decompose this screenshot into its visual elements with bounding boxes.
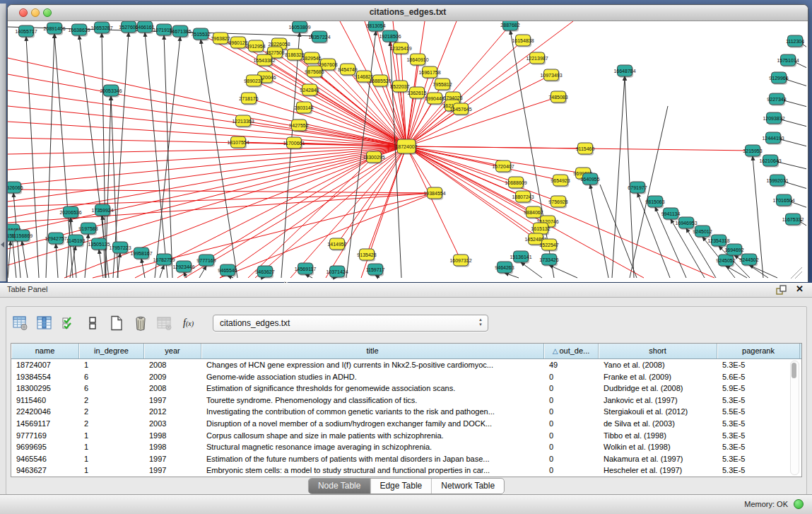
window-titlebar[interactable]: citations_edges.txt: [8, 5, 808, 21]
graph-node[interactable]: 9875685: [305, 66, 324, 78]
table-cell[interactable]: 9699695: [11, 441, 79, 453]
table-cell[interactable]: 9777169: [11, 430, 79, 442]
table-cell[interactable]: de Silva et al. (2003): [599, 418, 717, 430]
graph-node[interactable]: 6791977: [628, 182, 647, 194]
select-all-button[interactable]: [59, 314, 78, 333]
table-cell[interactable]: 5.3E-5: [717, 441, 800, 453]
graph-node[interactable]: 19958167: [130, 247, 152, 260]
table-cell[interactable]: 1997: [144, 465, 201, 477]
graph-node[interactable]: 18640910: [406, 54, 428, 66]
graph-node[interactable]: 7485083: [548, 91, 567, 104]
import-table-button[interactable]: [155, 314, 174, 333]
table-cell[interactable]: 0: [544, 406, 599, 418]
close-panel-icon[interactable]: ✕: [796, 284, 804, 294]
table-cell[interactable]: 22420046: [11, 406, 79, 418]
table-cell[interactable]: 0: [544, 371, 599, 383]
graph-hub-node[interactable]: 18724007: [395, 139, 417, 155]
graph-node[interactable]: 12444193: [762, 132, 784, 145]
table-cell[interactable]: Yano et al. (2008): [599, 359, 717, 371]
column-header-title[interactable]: title: [201, 344, 544, 358]
graph-node[interactable]: 2803144: [294, 102, 313, 115]
graph-node[interactable]: 3215953: [743, 145, 762, 158]
graph-node[interactable]: 10973493: [540, 69, 562, 82]
table-cell[interactable]: 5.6E-5: [717, 371, 800, 383]
table-cell[interactable]: Structural magnetic resonance image aver…: [201, 441, 544, 453]
table-cell[interactable]: 1: [79, 465, 144, 477]
table-cell[interactable]: 2008: [144, 382, 201, 395]
graph-node[interactable]: 20891406: [43, 23, 65, 35]
graph-node[interactable]: 1362615: [407, 87, 426, 100]
graph-node[interactable]: 9654923: [551, 175, 570, 187]
table-cell[interactable]: 49: [544, 359, 599, 371]
collapse-panel-arrow-icon[interactable]: [1, 242, 4, 247]
table-cell[interactable]: Franke et al. (2009): [599, 371, 717, 383]
graph-node[interactable]: 1522547: [539, 239, 558, 252]
table-cell[interactable]: 5.3E-5: [717, 395, 800, 407]
graph-node[interactable]: 16648784: [613, 65, 635, 78]
table-cell[interactable]: 5.3E-5: [717, 430, 800, 442]
graph-node[interactable]: 10371424: [326, 266, 348, 279]
table-cell[interactable]: Investigating the contribution of common…: [201, 406, 544, 418]
graph-node[interactable]: 1112304: [786, 35, 804, 48]
row-height-button[interactable]: [83, 314, 102, 333]
table-cell[interactable]: Jankovic et al. (1997): [599, 395, 717, 407]
graph-node[interactable]: 7515532: [191, 28, 210, 41]
table-panel-header[interactable]: Table Panel ✕: [0, 283, 812, 298]
table-cell[interactable]: 19384554: [11, 371, 79, 383]
graph-node[interactable]: 9465546: [218, 264, 237, 277]
graph-node[interactable]: 8813054: [366, 21, 385, 33]
column-header-in_degree[interactable]: in_degree: [79, 344, 144, 358]
table-cell[interactable]: Estimation of significance thresholds fo…: [201, 382, 544, 395]
graph-node[interactable]: 9463627: [255, 266, 274, 279]
table-cell[interactable]: 5.9E-5: [717, 382, 800, 395]
function-builder-button[interactable]: f(x): [179, 314, 198, 333]
table-cell[interactable]: 6: [79, 382, 144, 395]
table-cell[interactable]: 5.3E-5: [717, 359, 800, 371]
graph-node[interactable]: 9129966: [769, 72, 788, 85]
graph-node[interactable]: 17957223: [109, 242, 131, 255]
graph-node[interactable]: 12213363: [232, 115, 254, 128]
table-cell[interactable]: Dudbridge et al. (2008): [599, 382, 717, 395]
table-row[interactable]: 969969511998Structural magnetic resonanc…: [11, 441, 801, 453]
show-columns-button[interactable]: [35, 314, 54, 333]
column-header-year[interactable]: year: [144, 344, 201, 358]
table-cell[interactable]: Wolkin et al. (1998): [599, 441, 717, 453]
table-cell[interactable]: 18300295: [11, 382, 79, 395]
table-select-dropdown[interactable]: citations_edges.txt ▲▼: [213, 315, 488, 332]
graph-node[interactable]: 12923446: [172, 261, 194, 274]
graph-node[interactable]: 1414957: [327, 238, 346, 251]
graph-node[interactable]: 9756928: [548, 196, 567, 209]
graph-node[interactable]: 2887682: [500, 21, 519, 32]
graph-node[interactable]: 1733426: [539, 254, 558, 267]
create-column-button[interactable]: [107, 314, 126, 333]
table-cell[interactable]: 9465546: [11, 453, 79, 465]
graph-node[interactable]: 9815063: [645, 196, 664, 209]
graph-node[interactable]: 8427552: [289, 119, 308, 132]
column-header-out_de[interactable]: △out_de...: [544, 344, 599, 358]
graph-node[interactable]: 15751074: [777, 54, 799, 67]
graph-node[interactable]: 9777169: [196, 255, 216, 267]
table-cell[interactable]: 0: [544, 453, 599, 465]
graph-node[interactable]: 11675332: [782, 214, 804, 226]
table-row[interactable]: 1872400712008Changes of HCN gene express…: [11, 359, 801, 371]
graph-node[interactable]: 8960128: [228, 37, 247, 49]
table-cell[interactable]: Tibbo et al. (1998): [599, 430, 717, 442]
table-row[interactable]: 977716911998Corpus callosum shape and si…: [11, 430, 801, 442]
scrollbar-thumb[interactable]: [792, 363, 796, 378]
graph-node[interactable]: 1694692: [724, 244, 743, 257]
graph-node[interactable]: 8912954: [246, 40, 265, 53]
graph-node[interactable]: 12093872: [763, 112, 784, 125]
table-mode-button[interactable]: [11, 314, 30, 333]
table-cell[interactable]: Nakamura et al. (1997): [599, 453, 717, 465]
table-cell[interactable]: 5.3E-5: [717, 418, 800, 430]
graph-node[interactable]: 16097312: [449, 255, 471, 267]
table-cell[interactable]: 1998: [144, 441, 201, 453]
table-cell[interactable]: 2: [79, 395, 144, 407]
graph-node[interactable]: 18357224: [308, 31, 330, 44]
graph-node[interactable]: 9227343: [767, 93, 786, 106]
table-cell[interactable]: 0: [544, 430, 599, 442]
table-cell[interactable]: 1: [79, 359, 144, 371]
graph-node[interactable]: 2718176: [239, 93, 258, 105]
graph-node[interactable]: 9115460: [576, 143, 595, 156]
table-cell[interactable]: 2012: [144, 406, 201, 418]
